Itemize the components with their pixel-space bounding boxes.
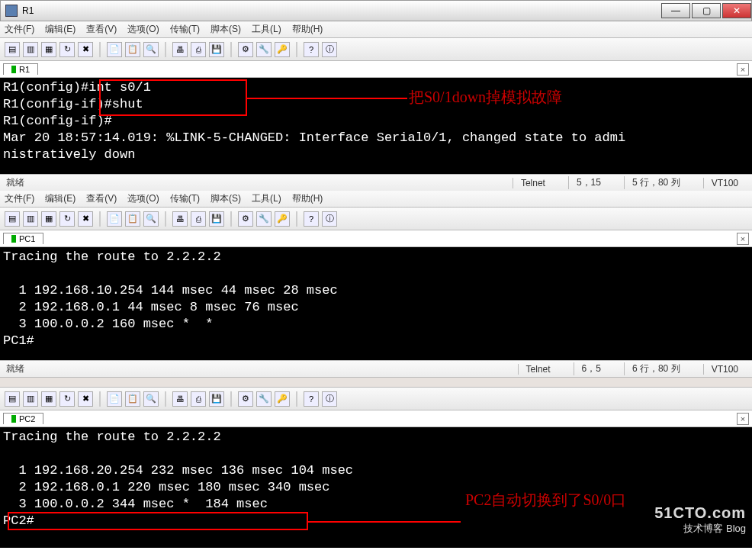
tab-status-icon [11, 235, 16, 243]
toolbar-separator [230, 391, 232, 407]
terminal-r1[interactable]: R1(config)#int s0/1 R1(config-if)#shut R… [0, 78, 752, 174]
title-bar: R1 — ▢ ✕ [0, 0, 752, 21]
tool-find-icon[interactable]: 🔍 [143, 211, 159, 227]
tool-new-icon[interactable]: ▤ [5, 391, 20, 407]
tool-print-icon[interactable]: 🖶 [172, 42, 188, 57]
tool-help-icon[interactable]: ? [304, 391, 319, 407]
tab-bar-r1: R1 × [0, 61, 752, 78]
toolbar-separator [99, 42, 101, 57]
toolbar-separator [296, 211, 297, 227]
tool-export-icon[interactable]: ⎙ [191, 211, 206, 227]
status-emulation: VT100 [703, 178, 746, 188]
tool-key-icon[interactable]: 🔑 [275, 211, 290, 227]
status-protocol: Telnet [518, 364, 558, 375]
tool-wrench-icon[interactable]: 🔧 [256, 391, 272, 407]
toolbar-pc1: ▤ ▥ ▦ ↻ ✖ 📄 📋 🔍 🖶 ⎙ 💾 ⚙ 🔧 🔑 ? ⓘ [0, 208, 752, 230]
tab-status-icon [11, 415, 16, 423]
menu-tools[interactable]: 工具(L) [252, 192, 281, 205]
tool-session-icon[interactable]: ▦ [41, 211, 56, 227]
tool-session-icon[interactable]: ▦ [41, 391, 56, 407]
menu-script[interactable]: 脚本(S) [210, 192, 241, 205]
tool-find-icon[interactable]: 🔍 [143, 42, 159, 57]
tool-key-icon[interactable]: 🔑 [275, 391, 290, 407]
tool-props-icon[interactable]: ⚙ [238, 42, 253, 57]
menu-edit[interactable]: 编辑(E) [45, 23, 76, 36]
toolbar-r1: ▤ ▥ ▦ ↻ ✖ 📄 📋 🔍 🖶 ⎙ 💾 ⚙ 🔧 🔑 ? ⓘ [0, 38, 752, 61]
tab-label: PC1 [19, 234, 35, 243]
tool-export-icon[interactable]: ⎙ [191, 42, 206, 57]
menu-options[interactable]: 选项(O) [127, 192, 159, 205]
status-protocol: Telnet [513, 178, 553, 188]
tool-print-icon[interactable]: 🖶 [172, 211, 188, 227]
tool-session-icon[interactable]: ▦ [41, 42, 56, 57]
tool-save-icon[interactable]: 💾 [209, 211, 224, 227]
tab-status-icon [11, 66, 16, 73]
toolbar-separator [296, 391, 297, 407]
maximize-button[interactable]: ▢ [692, 3, 721, 18]
tool-help-icon[interactable]: ? [304, 42, 319, 57]
menu-bar-pc1: 文件(F) 编辑(E) 查看(V) 选项(O) 传输(T) 脚本(S) 工具(L… [0, 191, 752, 208]
tool-about-icon[interactable]: ⓘ [322, 42, 337, 57]
tool-wrench-icon[interactable]: 🔧 [256, 211, 272, 227]
tool-stop-icon[interactable]: ✖ [78, 42, 93, 57]
tool-export-icon[interactable]: ⎙ [191, 391, 206, 407]
app-icon [5, 5, 18, 17]
tool-props-icon[interactable]: ⚙ [238, 391, 253, 407]
menu-script[interactable]: 脚本(S) [210, 23, 241, 36]
tab-pc1[interactable]: PC1 [3, 233, 43, 244]
menu-edit[interactable]: 编辑(E) [45, 192, 76, 205]
terminal-pc1[interactable]: Tracing the route to 2.2.2.2 1 192.168.1… [0, 247, 752, 360]
tool-copy-icon[interactable]: 📄 [107, 42, 122, 57]
tool-save-icon[interactable]: 💾 [209, 391, 224, 407]
status-bar-r1: 就绪 Telnet 5，15 5 行，80 列 VT100 [0, 174, 752, 191]
tool-copy-icon[interactable]: 📄 [107, 391, 122, 407]
tool-paste-icon[interactable]: 📋 [125, 391, 140, 407]
status-emulation: VT100 [703, 364, 746, 375]
tool-new-icon[interactable]: ▤ [5, 211, 20, 227]
tool-props-icon[interactable]: ⚙ [238, 211, 253, 227]
tool-stop-icon[interactable]: ✖ [78, 391, 93, 407]
tool-refresh-icon[interactable]: ↻ [59, 42, 75, 57]
tool-copy-icon[interactable]: 📄 [107, 211, 122, 227]
status-cursor-pos: 5，15 [568, 176, 609, 189]
menu-help[interactable]: 帮助(H) [292, 192, 323, 205]
menu-view[interactable]: 查看(V) [86, 192, 117, 205]
tab-close-button[interactable]: × [737, 63, 749, 76]
menu-options[interactable]: 选项(O) [127, 23, 159, 36]
tab-close-button[interactable]: × [737, 413, 749, 425]
tab-bar-pc2: PC2 × [0, 410, 752, 427]
minimize-button[interactable]: — [661, 3, 690, 18]
tool-about-icon[interactable]: ⓘ [322, 211, 337, 227]
menu-view[interactable]: 查看(V) [86, 23, 117, 36]
tool-about-icon[interactable]: ⓘ [322, 391, 337, 407]
tool-key-icon[interactable]: 🔑 [275, 42, 290, 57]
tool-wrench-icon[interactable]: 🔧 [256, 42, 272, 57]
tab-label: R1 [19, 65, 30, 74]
tool-new-icon[interactable]: ▤ [5, 42, 20, 57]
tool-paste-icon[interactable]: 📋 [125, 211, 140, 227]
tool-connect-icon[interactable]: ▥ [23, 42, 38, 57]
tool-connect-icon[interactable]: ▥ [23, 211, 38, 227]
tool-help-icon[interactable]: ? [304, 211, 319, 227]
close-button[interactable]: ✕ [722, 3, 751, 18]
menu-file[interactable]: 文件(F) [5, 23, 34, 36]
menu-transfer[interactable]: 传输(T) [170, 23, 200, 36]
tab-r1[interactable]: R1 [3, 63, 38, 75]
terminal-pc2[interactable]: Tracing the route to 2.2.2.2 1 192.168.2… [0, 427, 752, 548]
tab-close-button[interactable]: × [737, 233, 749, 245]
menu-file[interactable]: 文件(F) [5, 192, 34, 205]
menu-help[interactable]: 帮助(H) [292, 23, 323, 36]
tab-pc2[interactable]: PC2 [3, 413, 43, 424]
tool-refresh-icon[interactable]: ↻ [59, 391, 75, 407]
menu-tools[interactable]: 工具(L) [252, 23, 281, 36]
menu-transfer[interactable]: 传输(T) [170, 192, 200, 205]
tool-paste-icon[interactable]: 📋 [125, 42, 140, 57]
tool-stop-icon[interactable]: ✖ [78, 211, 93, 227]
tool-save-icon[interactable]: 💾 [209, 42, 224, 57]
tool-print-icon[interactable]: 🖶 [172, 391, 188, 407]
tool-connect-icon[interactable]: ▥ [23, 391, 38, 407]
toolbar-separator [296, 42, 297, 57]
tool-refresh-icon[interactable]: ↻ [59, 211, 75, 227]
tool-find-icon[interactable]: 🔍 [143, 391, 159, 407]
toolbar-separator [165, 42, 166, 57]
